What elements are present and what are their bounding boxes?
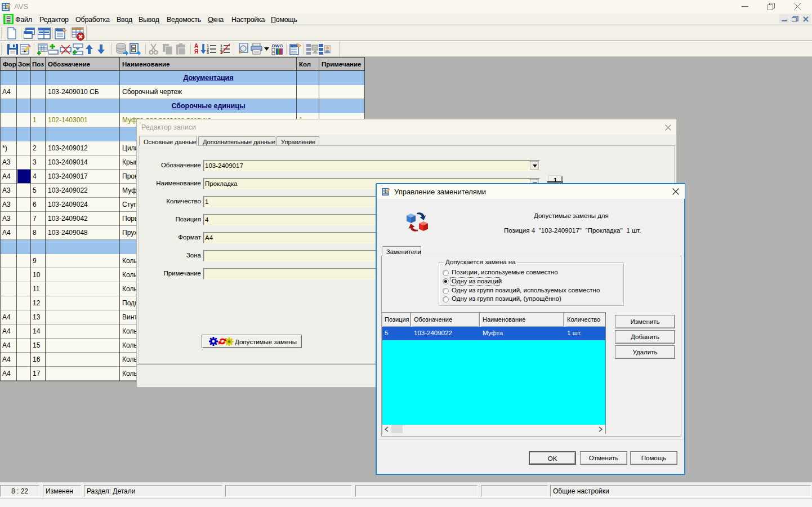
svg-text:DWG: DWG — [272, 43, 283, 48]
svg-text:3: 3 — [207, 51, 209, 55]
